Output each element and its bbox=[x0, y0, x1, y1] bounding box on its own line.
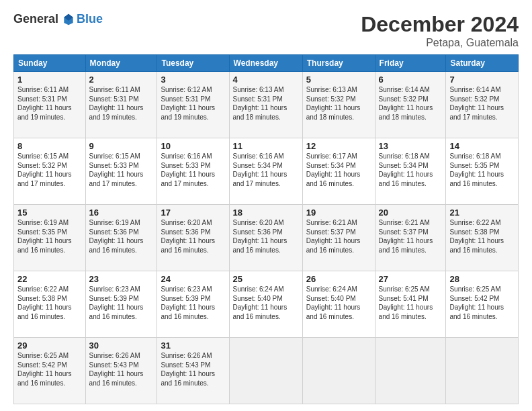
calendar-week-row: 15Sunrise: 6:19 AMSunset: 5:35 PMDayligh… bbox=[14, 205, 519, 271]
day-number: 3 bbox=[161, 75, 225, 85]
calendar-cell: 24Sunrise: 6:23 AMSunset: 5:39 PMDayligh… bbox=[157, 271, 229, 338]
day-info: Sunrise: 6:24 AMSunset: 5:40 PMDaylight:… bbox=[233, 285, 287, 320]
day-number: 12 bbox=[306, 141, 371, 151]
day-info: Sunrise: 6:16 AMSunset: 5:33 PMDaylight:… bbox=[161, 152, 215, 187]
calendar-cell: 16Sunrise: 6:19 AMSunset: 5:36 PMDayligh… bbox=[85, 205, 157, 271]
header: General Blue December 2024 Petapa, Guate… bbox=[13, 12, 519, 49]
month-title: December 2024 bbox=[361, 12, 519, 37]
day-info: Sunrise: 6:13 AMSunset: 5:31 PMDaylight:… bbox=[233, 86, 287, 121]
calendar-cell: 4Sunrise: 6:13 AMSunset: 5:31 PMDaylight… bbox=[229, 72, 302, 138]
logo-general-text: General bbox=[13, 12, 58, 26]
day-number: 1 bbox=[17, 75, 82, 85]
calendar-cell: 6Sunrise: 6:14 AMSunset: 5:32 PMDaylight… bbox=[375, 72, 446, 138]
day-info: Sunrise: 6:21 AMSunset: 5:37 PMDaylight:… bbox=[306, 219, 361, 254]
day-info: Sunrise: 6:18 AMSunset: 5:35 PMDaylight:… bbox=[449, 152, 504, 187]
day-info: Sunrise: 6:15 AMSunset: 5:32 PMDaylight:… bbox=[17, 152, 72, 187]
day-number: 19 bbox=[306, 208, 371, 218]
title-section: December 2024 Petapa, Guatemala bbox=[361, 12, 519, 49]
calendar-cell: 19Sunrise: 6:21 AMSunset: 5:37 PMDayligh… bbox=[302, 205, 375, 271]
col-header-tuesday: Tuesday bbox=[157, 55, 229, 72]
day-info: Sunrise: 6:26 AMSunset: 5:43 PMDaylight:… bbox=[161, 352, 215, 387]
calendar-week-row: 1Sunrise: 6:11 AMSunset: 5:31 PMDaylight… bbox=[14, 72, 519, 138]
calendar-cell: 26Sunrise: 6:24 AMSunset: 5:40 PMDayligh… bbox=[302, 271, 375, 338]
calendar-cell: 11Sunrise: 6:16 AMSunset: 5:34 PMDayligh… bbox=[229, 138, 302, 205]
day-info: Sunrise: 6:23 AMSunset: 5:39 PMDaylight:… bbox=[89, 285, 144, 320]
page: General Blue December 2024 Petapa, Guate… bbox=[0, 0, 532, 411]
day-info: Sunrise: 6:22 AMSunset: 5:38 PMDaylight:… bbox=[17, 285, 72, 320]
day-info: Sunrise: 6:18 AMSunset: 5:34 PMDaylight:… bbox=[379, 152, 433, 187]
day-number: 24 bbox=[161, 274, 225, 284]
day-number: 17 bbox=[161, 208, 225, 218]
day-info: Sunrise: 6:20 AMSunset: 5:36 PMDaylight:… bbox=[161, 219, 215, 254]
calendar-cell: 18Sunrise: 6:20 AMSunset: 5:36 PMDayligh… bbox=[229, 205, 302, 271]
calendar-cell: 22Sunrise: 6:22 AMSunset: 5:38 PMDayligh… bbox=[14, 271, 86, 338]
calendar-cell bbox=[375, 338, 446, 404]
calendar-week-row: 22Sunrise: 6:22 AMSunset: 5:38 PMDayligh… bbox=[14, 271, 519, 338]
day-number: 8 bbox=[17, 141, 82, 151]
calendar-cell: 7Sunrise: 6:14 AMSunset: 5:32 PMDaylight… bbox=[446, 72, 519, 138]
day-info: Sunrise: 6:17 AMSunset: 5:34 PMDaylight:… bbox=[306, 152, 361, 187]
location: Petapa, Guatemala bbox=[361, 37, 519, 49]
day-number: 16 bbox=[89, 208, 154, 218]
day-info: Sunrise: 6:25 AMSunset: 5:42 PMDaylight:… bbox=[17, 352, 72, 387]
calendar-cell: 17Sunrise: 6:20 AMSunset: 5:36 PMDayligh… bbox=[157, 205, 229, 271]
logo-blue-text: Blue bbox=[77, 12, 103, 26]
day-info: Sunrise: 6:12 AMSunset: 5:31 PMDaylight:… bbox=[161, 86, 215, 121]
col-header-friday: Friday bbox=[375, 55, 446, 72]
day-number: 28 bbox=[449, 274, 515, 284]
logo-icon bbox=[62, 13, 75, 26]
logo: General Blue bbox=[13, 12, 103, 26]
calendar-cell: 31Sunrise: 6:26 AMSunset: 5:43 PMDayligh… bbox=[157, 338, 229, 404]
calendar-week-row: 8Sunrise: 6:15 AMSunset: 5:32 PMDaylight… bbox=[14, 138, 519, 205]
day-info: Sunrise: 6:15 AMSunset: 5:33 PMDaylight:… bbox=[89, 152, 144, 187]
calendar-body: 1Sunrise: 6:11 AMSunset: 5:31 PMDaylight… bbox=[14, 72, 519, 404]
day-info: Sunrise: 6:23 AMSunset: 5:39 PMDaylight:… bbox=[161, 285, 215, 320]
day-number: 31 bbox=[161, 340, 225, 351]
calendar-cell: 20Sunrise: 6:21 AMSunset: 5:37 PMDayligh… bbox=[375, 205, 446, 271]
calendar-cell bbox=[446, 338, 519, 404]
day-info: Sunrise: 6:19 AMSunset: 5:35 PMDaylight:… bbox=[17, 219, 72, 254]
day-info: Sunrise: 6:13 AMSunset: 5:32 PMDaylight:… bbox=[306, 86, 361, 121]
calendar-cell: 1Sunrise: 6:11 AMSunset: 5:31 PMDaylight… bbox=[14, 72, 86, 138]
col-header-monday: Monday bbox=[85, 55, 157, 72]
calendar-cell: 5Sunrise: 6:13 AMSunset: 5:32 PMDaylight… bbox=[302, 72, 375, 138]
day-info: Sunrise: 6:16 AMSunset: 5:34 PMDaylight:… bbox=[233, 152, 287, 187]
day-info: Sunrise: 6:14 AMSunset: 5:32 PMDaylight:… bbox=[379, 86, 433, 121]
day-number: 13 bbox=[379, 141, 443, 151]
day-info: Sunrise: 6:20 AMSunset: 5:36 PMDaylight:… bbox=[233, 219, 287, 254]
day-number: 10 bbox=[161, 141, 225, 151]
day-number: 20 bbox=[379, 208, 443, 218]
day-info: Sunrise: 6:25 AMSunset: 5:41 PMDaylight:… bbox=[379, 285, 433, 320]
calendar-header-row: Sunday Monday Tuesday Wednesday Thursday… bbox=[14, 55, 519, 72]
calendar-cell: 25Sunrise: 6:24 AMSunset: 5:40 PMDayligh… bbox=[229, 271, 302, 338]
calendar-cell: 15Sunrise: 6:19 AMSunset: 5:35 PMDayligh… bbox=[14, 205, 86, 271]
day-info: Sunrise: 6:25 AMSunset: 5:42 PMDaylight:… bbox=[449, 285, 504, 320]
day-number: 23 bbox=[89, 274, 154, 284]
day-info: Sunrise: 6:21 AMSunset: 5:37 PMDaylight:… bbox=[379, 219, 433, 254]
day-number: 25 bbox=[233, 274, 299, 284]
day-number: 18 bbox=[233, 208, 299, 218]
day-info: Sunrise: 6:11 AMSunset: 5:31 PMDaylight:… bbox=[17, 86, 72, 121]
col-header-thursday: Thursday bbox=[302, 55, 375, 72]
day-number: 27 bbox=[379, 274, 443, 284]
day-number: 22 bbox=[17, 274, 82, 284]
day-number: 2 bbox=[89, 75, 154, 85]
calendar-cell bbox=[302, 338, 375, 404]
day-number: 29 bbox=[17, 340, 82, 351]
day-number: 15 bbox=[17, 208, 82, 218]
calendar-cell: 14Sunrise: 6:18 AMSunset: 5:35 PMDayligh… bbox=[446, 138, 519, 205]
col-header-sunday: Sunday bbox=[14, 55, 86, 72]
calendar-cell: 12Sunrise: 6:17 AMSunset: 5:34 PMDayligh… bbox=[302, 138, 375, 205]
day-info: Sunrise: 6:24 AMSunset: 5:40 PMDaylight:… bbox=[306, 285, 361, 320]
day-number: 9 bbox=[89, 141, 154, 151]
day-number: 4 bbox=[233, 75, 299, 85]
calendar-cell: 21Sunrise: 6:22 AMSunset: 5:38 PMDayligh… bbox=[446, 205, 519, 271]
calendar-table: Sunday Monday Tuesday Wednesday Thursday… bbox=[13, 54, 519, 404]
day-number: 7 bbox=[449, 75, 515, 85]
col-header-saturday: Saturday bbox=[446, 55, 519, 72]
day-number: 14 bbox=[449, 141, 515, 151]
calendar-cell: 9Sunrise: 6:15 AMSunset: 5:33 PMDaylight… bbox=[85, 138, 157, 205]
calendar-cell: 2Sunrise: 6:11 AMSunset: 5:31 PMDaylight… bbox=[85, 72, 157, 138]
day-number: 21 bbox=[449, 208, 515, 218]
calendar-week-row: 29Sunrise: 6:25 AMSunset: 5:42 PMDayligh… bbox=[14, 338, 519, 404]
